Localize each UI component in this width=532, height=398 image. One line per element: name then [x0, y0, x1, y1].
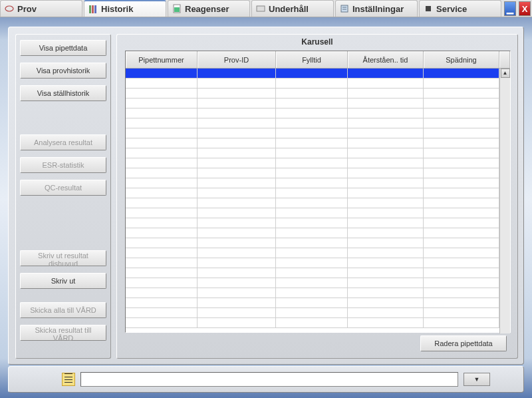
table-cell [126, 258, 198, 268]
minimize-button[interactable]: ▁ [504, 1, 516, 16]
tab-reagenser[interactable]: Reagenser [168, 0, 250, 17]
table-body[interactable] [126, 69, 501, 333]
table-cell [198, 208, 276, 218]
close-button[interactable]: X [519, 1, 531, 16]
table-cell [424, 228, 499, 238]
table-cell [198, 99, 276, 108]
table-cell [424, 198, 499, 208]
col-pipettnummer[interactable]: Pipettnummer [126, 51, 198, 68]
table-row[interactable] [126, 278, 501, 288]
table-cell [276, 99, 348, 108]
table-cell [276, 89, 348, 98]
show-sample-history-button[interactable]: Visa provhistorik [20, 63, 106, 79]
main-frame: Visa pipettdata Visa provhistorik Visa s… [8, 27, 524, 365]
table-row[interactable] [126, 118, 501, 128]
tab-service[interactable]: Service [419, 0, 501, 17]
table-cell [198, 278, 276, 288]
svg-rect-7 [341, 5, 348, 12]
table-cell [424, 108, 499, 118]
table-row[interactable] [126, 69, 501, 79]
table-cell [198, 148, 276, 158]
table-cell [126, 118, 198, 128]
table-cell [198, 89, 276, 98]
table-row[interactable] [126, 138, 501, 148]
table-cell [348, 178, 424, 188]
table-cell [348, 268, 424, 278]
table-cell [126, 228, 198, 238]
table-row[interactable] [126, 228, 501, 238]
table-cell [424, 218, 499, 228]
tab-prov[interactable]: Prov [0, 0, 82, 17]
table-cell [198, 128, 276, 138]
table-cell [348, 318, 424, 327]
table-cell [126, 238, 198, 248]
table-cell [126, 188, 198, 198]
table-cell [198, 298, 276, 307]
table-row[interactable] [126, 89, 501, 99]
table-row[interactable] [126, 128, 501, 138]
table-cell [424, 318, 499, 327]
table-cell [126, 79, 198, 88]
table-row[interactable] [126, 248, 501, 258]
table-cell [276, 278, 348, 288]
table-row[interactable] [126, 188, 501, 198]
table-cell [198, 288, 276, 298]
status-input[interactable] [80, 372, 458, 387]
table-row[interactable] [126, 298, 501, 308]
maintenance-icon [256, 4, 265, 13]
table-cell [126, 99, 198, 108]
table-row[interactable] [126, 168, 501, 178]
status-dropdown[interactable]: ▼ [464, 373, 490, 386]
table-cell [348, 118, 424, 128]
table-cell [276, 218, 348, 228]
table-row[interactable] [126, 79, 501, 89]
table-row[interactable] [126, 108, 501, 118]
table-cell [424, 138, 499, 148]
table-row[interactable] [126, 288, 501, 298]
note-icon [62, 373, 75, 386]
table-cell [348, 188, 424, 198]
delete-pipette-button[interactable]: Radera pipettdata [420, 335, 507, 351]
scroll-up-icon[interactable]: ▲ [501, 69, 510, 78]
send-result-vard-button: Skicka resultat till VÅRD [20, 325, 106, 341]
table-row[interactable] [126, 218, 501, 228]
table-cell [126, 318, 198, 327]
analyze-result-button: Analysera resultat [20, 134, 106, 150]
table-cell [424, 158, 499, 168]
table-row[interactable] [126, 208, 501, 218]
table-row[interactable] [126, 258, 501, 268]
tab-label: Service [436, 4, 467, 14]
table-row[interactable] [126, 158, 501, 168]
table-row[interactable] [126, 308, 501, 318]
col-aterstaende[interactable]: Återståen.. tid [348, 51, 424, 68]
table-cell [276, 298, 348, 307]
col-fylltid[interactable]: Fylltid [276, 51, 348, 68]
tab-historik[interactable]: Historik [84, 0, 166, 17]
scrollbar[interactable]: ▲ [499, 69, 510, 333]
table-row[interactable] [126, 268, 501, 278]
data-table: Pipettnummer Prov-ID Fylltid Återståen..… [125, 51, 511, 333]
table-row[interactable] [126, 148, 501, 158]
table-cell [424, 89, 499, 98]
table-cell [348, 168, 424, 178]
table-cell [126, 298, 198, 307]
tab-underhall[interactable]: Underhåll [251, 0, 334, 17]
table-row[interactable] [126, 99, 501, 108]
table-row[interactable] [126, 238, 501, 248]
table-cell [424, 308, 499, 317]
tab-installningar[interactable]: Inställningar [335, 0, 418, 17]
table-cell [198, 258, 276, 268]
table-row[interactable] [126, 198, 501, 208]
col-spadning[interactable]: Spädning [424, 51, 499, 68]
col-provid[interactable]: Prov-ID [198, 51, 276, 68]
show-rack-history-button[interactable]: Visa ställhistorik [20, 85, 106, 101]
table-row[interactable] [126, 178, 501, 188]
table-cell [126, 89, 198, 98]
history-icon [88, 5, 98, 14]
table-cell [348, 108, 424, 118]
table-cell [126, 278, 198, 288]
print-button[interactable]: Skriv ut [20, 273, 106, 289]
show-pipette-button[interactable]: Visa pipettdata [20, 40, 106, 56]
table-cell [424, 99, 499, 108]
table-row[interactable] [126, 318, 501, 328]
